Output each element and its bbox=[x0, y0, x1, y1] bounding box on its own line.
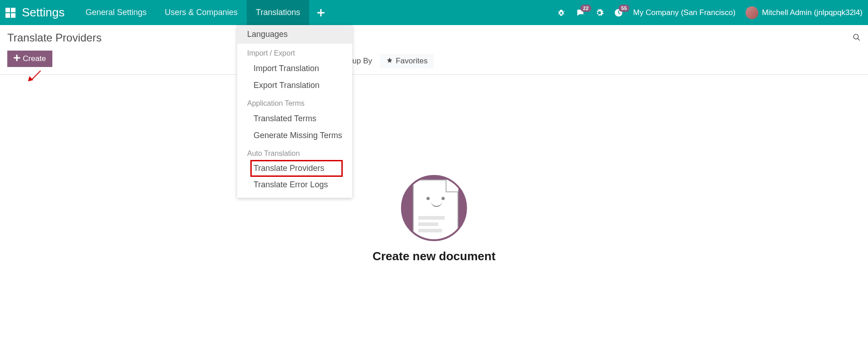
empty-state: Create new document bbox=[0, 175, 868, 263]
dd-import-translation[interactable]: Import Translation bbox=[237, 60, 352, 77]
navbar-left: Settings General Settings Users & Compan… bbox=[5, 0, 333, 25]
brand-title[interactable]: Settings bbox=[22, 5, 65, 20]
dd-header-import-export: Import / Export bbox=[237, 44, 352, 60]
control-bar: Translate Providers Create bbox=[0, 25, 868, 75]
translations-dropdown: Languages Import / Export Import Transla… bbox=[237, 25, 352, 198]
dd-translate-error-logs[interactable]: Translate Error Logs bbox=[237, 176, 352, 193]
activities-icon[interactable]: 55 bbox=[614, 8, 623, 17]
dd-export-translation[interactable]: Export Translation bbox=[237, 77, 352, 94]
favorites-button[interactable]: Favorites bbox=[380, 54, 434, 68]
page-title: Translate Providers bbox=[7, 31, 861, 44]
dd-header-auto-translation: Auto Translation bbox=[237, 144, 352, 160]
empty-title: Create new document bbox=[0, 249, 868, 263]
favorites-label: Favorites bbox=[396, 57, 427, 66]
avatar-icon bbox=[746, 6, 758, 19]
search-icon[interactable] bbox=[853, 34, 861, 43]
plus-icon bbox=[14, 54, 20, 63]
messages-badge: 22 bbox=[580, 5, 591, 12]
dd-translate-providers[interactable]: Translate Providers bbox=[251, 160, 342, 176]
company-selector[interactable]: My Company (San Francisco) bbox=[633, 8, 736, 17]
nav-general-settings[interactable]: General Settings bbox=[76, 0, 156, 25]
create-button[interactable]: Create bbox=[7, 51, 52, 67]
filter-row: up By Favorites bbox=[350, 54, 434, 68]
dd-generate-missing-terms[interactable]: Generate Missing Terms bbox=[237, 127, 352, 144]
group-by-button[interactable]: up By bbox=[350, 54, 374, 68]
user-menu[interactable]: Mitchell Admin (jnlpqpqk32l4) bbox=[746, 6, 863, 19]
dd-translated-terms[interactable]: Translated Terms bbox=[237, 110, 352, 127]
debug-icon[interactable] bbox=[557, 8, 566, 17]
nav-translations[interactable]: Translations bbox=[247, 0, 309, 25]
svg-point-0 bbox=[853, 34, 858, 39]
messages-icon[interactable]: 22 bbox=[576, 8, 585, 17]
apps-icon[interactable] bbox=[5, 8, 15, 18]
activities-badge: 55 bbox=[619, 5, 629, 12]
nav-new-icon[interactable] bbox=[309, 0, 333, 25]
navbar-right: 22 55 My Company (San Francisco) Mitchel… bbox=[557, 6, 863, 19]
dd-header-application-terms: Application Terms bbox=[237, 94, 352, 110]
empty-illustration bbox=[401, 175, 467, 241]
nav-users-companies[interactable]: Users & Companies bbox=[156, 0, 247, 25]
nav-menu: General Settings Users & Companies Trans… bbox=[76, 0, 333, 25]
create-label: Create bbox=[23, 54, 46, 63]
search-area bbox=[853, 33, 861, 44]
dd-languages[interactable]: Languages bbox=[237, 25, 352, 44]
star-icon bbox=[386, 57, 393, 66]
user-name: Mitchell Admin (jnlpqpqk32l4) bbox=[762, 8, 863, 17]
navbar: Settings General Settings Users & Compan… bbox=[0, 0, 868, 25]
settings-gear-icon[interactable] bbox=[595, 8, 604, 17]
